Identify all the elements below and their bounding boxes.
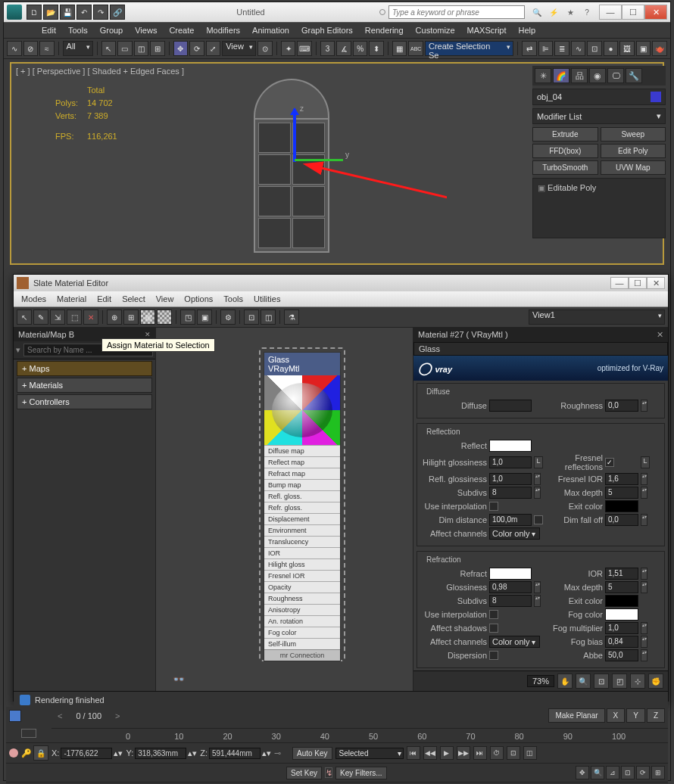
search-icon[interactable]: 🔍 [529, 5, 545, 20]
cat-controllers[interactable]: + Controllers [17, 394, 152, 409]
editpoly-button[interactable]: Edit Poly [601, 144, 666, 158]
node-slot[interactable]: Hilight gloss [264, 558, 340, 570]
material-editor-icon[interactable]: ● [604, 41, 619, 56]
slate-menu-tools[interactable]: Tools [223, 294, 243, 303]
refract-interp-checkbox[interactable] [489, 610, 498, 619]
slate-minimize-button[interactable]: — [610, 277, 629, 289]
modifier-stack[interactable]: Editable Poly [532, 178, 666, 238]
curve-editor-icon[interactable]: ∿ [571, 41, 586, 56]
node-slot[interactable]: Bump map [264, 479, 340, 490]
node-slot[interactable]: Translucency [264, 536, 340, 547]
mirror-icon[interactable]: ⇄ [522, 41, 537, 56]
affect-shadows-checkbox[interactable] [489, 624, 498, 633]
link-icon[interactable]: 🔗 [110, 5, 125, 20]
refl-exitcolor-swatch[interactable] [605, 500, 638, 512]
y-coord-input[interactable]: 318,363mm [135, 748, 186, 759]
slate-menu-material[interactable]: Material [57, 294, 86, 303]
refl-subdivs-input[interactable]: 8 [489, 487, 532, 499]
extrude-button[interactable]: Extrude [532, 127, 598, 142]
node-slot[interactable]: Refr. gloss. [264, 502, 340, 513]
slate-pointer-icon[interactable]: ↖ [17, 310, 32, 325]
record-icon[interactable] [9, 748, 18, 758]
menu-edit[interactable]: Edit [42, 26, 56, 35]
maximize-button[interactable]: ☐ [622, 5, 644, 20]
help-icon[interactable]: ? [579, 5, 594, 20]
node-header[interactable]: GlassVRayMtl [264, 353, 340, 375]
material-name-field[interactable]: Glass [413, 342, 668, 356]
slate-canvas[interactable]: GlassVRayMtl Diffuse mapReflect mapRefra… [156, 328, 413, 691]
undo-icon[interactable]: ↶ [76, 5, 92, 20]
render-frame-icon[interactable]: ▣ [636, 41, 651, 56]
slate-menu-options[interactable]: Options [184, 294, 213, 303]
vp-pan-icon[interactable]: ✥ [576, 766, 589, 779]
viewport-label[interactable]: [ + ] [ Perspective ] [ Shaded + Edged F… [16, 67, 184, 76]
pivot-icon[interactable]: ⊙ [257, 41, 273, 56]
object-color-swatch[interactable] [651, 92, 661, 102]
slate-checker-icon[interactable] [157, 310, 172, 325]
vp-fov-icon[interactable]: ⊿ [606, 766, 619, 779]
grab-icon[interactable]: ✊ [648, 674, 663, 689]
ffdbox-button[interactable]: FFD(box) [532, 144, 598, 158]
rotate-icon[interactable]: ⟳ [189, 41, 204, 56]
node-slot[interactable]: Reflect map [264, 456, 340, 468]
slate-close-button[interactable]: ✕ [647, 277, 665, 289]
planar-y-button[interactable]: Y [626, 708, 645, 723]
menu-create[interactable]: Create [169, 26, 194, 35]
z-coord-input[interactable]: 591,444mm [209, 748, 261, 759]
xview-icon[interactable]: ◫ [523, 746, 537, 760]
modify-tab-icon[interactable]: 🌈 [553, 68, 569, 83]
hierarchy-tab-icon[interactable]: 品 [571, 68, 588, 83]
render-setup-icon[interactable]: 🖼 [619, 41, 635, 56]
browser-close-icon[interactable]: ✕ [145, 331, 151, 338]
schematic-icon[interactable]: ⊡ [587, 41, 602, 56]
refl-maxdepth-input[interactable]: 5 [605, 487, 638, 499]
new-icon[interactable]: 🗋 [27, 5, 42, 20]
key-mode-icon[interactable]: ⊸ [274, 748, 289, 758]
move-icon[interactable]: ✥ [173, 41, 189, 56]
zoom-region-icon[interactable]: ◰ [612, 674, 627, 689]
node-slot[interactable]: Fog color [264, 627, 340, 638]
hilight-gloss-input[interactable]: 1,0 [489, 456, 532, 468]
abc-icon[interactable]: ABC [408, 41, 423, 56]
key-filter-dropdown[interactable]: Selected [335, 748, 404, 759]
roughness-spinner[interactable]: ▴▾ [641, 400, 647, 412]
menu-help[interactable]: Help [519, 26, 536, 35]
refl-gloss-input[interactable]: 1,0 [489, 473, 532, 485]
slate-layoutall-icon[interactable]: ⊡ [244, 310, 259, 325]
zoom-value[interactable]: 73% [527, 675, 554, 687]
gizmo-z-axis[interactable] [293, 109, 296, 162]
make-planar-button[interactable]: Make Planar [548, 708, 604, 723]
fog-color-swatch[interactable] [605, 608, 638, 621]
slate-put-icon[interactable]: ⇲ [50, 310, 65, 325]
cat-maps[interactable]: + Maps [17, 361, 152, 376]
lock-icon[interactable]: 🔒 [33, 745, 48, 761]
node-footer[interactable]: mr Connection [264, 649, 340, 661]
open-icon[interactable]: 📂 [43, 5, 58, 20]
browser-search-icon[interactable]: ▾ [16, 345, 20, 355]
ref-coord-dropdown[interactable]: View [222, 41, 256, 56]
node-preview[interactable] [264, 375, 340, 445]
named-sel-icon[interactable]: ▦ [392, 41, 407, 56]
motion-tab-icon[interactable]: ◉ [589, 68, 606, 83]
selection-filter-dropdown[interactable]: All [63, 41, 93, 56]
diffuse-color-swatch[interactable] [489, 400, 532, 412]
setkey-big-icon[interactable]: ↯ [325, 767, 332, 778]
refract-subdivs-input[interactable]: 8 [489, 595, 532, 607]
select-region-icon[interactable]: ◫ [134, 41, 149, 56]
x-coord-input[interactable]: -1776,622 [61, 748, 112, 759]
create-tab-icon[interactable]: ✳ [535, 68, 551, 83]
key-icon[interactable]: 🔑 [21, 748, 30, 758]
slate-maximize-button[interactable]: ☐ [629, 277, 647, 289]
refract-affect-dropdown[interactable]: Color only ▾ [489, 636, 540, 648]
align-icon[interactable]: ⊫ [538, 41, 554, 56]
select-link-icon[interactable]: ∿ [7, 41, 22, 56]
bind-icon[interactable]: ≈ [39, 41, 55, 56]
slate-options-icon[interactable]: ⚙ [220, 310, 236, 325]
node-slot[interactable]: Environment [264, 524, 340, 536]
roughness-input[interactable]: 0,0 [605, 400, 638, 412]
vp-zoomall-icon[interactable]: ⊡ [621, 766, 635, 779]
slate-delete-icon[interactable]: ✕ [83, 310, 98, 325]
refl-affect-dropdown[interactable]: Color only ▾ [489, 527, 540, 540]
slate-matid-icon[interactable]: ⚗ [284, 310, 299, 325]
turbosmooth-button[interactable]: TurboSmooth [532, 160, 598, 175]
